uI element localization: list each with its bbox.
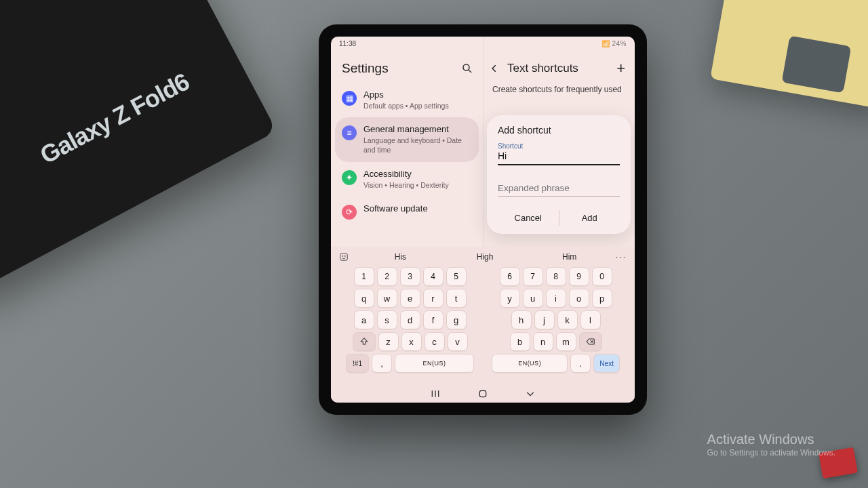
nav-hide-keyboard-button[interactable] bbox=[525, 388, 536, 399]
key-comma[interactable]: , bbox=[372, 354, 392, 373]
add-shortcut-button[interactable]: + bbox=[616, 60, 627, 77]
key-b[interactable]: b bbox=[510, 332, 530, 351]
svg-line-1 bbox=[469, 70, 471, 73]
status-time: 11:38 bbox=[339, 40, 356, 47]
status-indicators: 📶 24% bbox=[601, 40, 627, 47]
key-z[interactable]: z bbox=[378, 332, 399, 351]
key-2[interactable]: 2 bbox=[377, 267, 397, 286]
svg-rect-10 bbox=[479, 390, 486, 396]
svg-point-3 bbox=[342, 256, 343, 256]
sticker-icon bbox=[339, 252, 349, 262]
keyboard-right-half: 6 7 8 9 0 y u i o p bbox=[492, 267, 620, 382]
recent-icon bbox=[430, 388, 441, 399]
android-nav-bar bbox=[331, 385, 635, 403]
key-n[interactable]: n bbox=[533, 332, 553, 351]
key-a[interactable]: a bbox=[354, 310, 374, 329]
sidebar-item-label: Accessibility bbox=[363, 169, 449, 179]
sidebar-item-accessibility[interactable]: ✦ Accessibility Vision • Hearing • Dexte… bbox=[335, 162, 479, 197]
key-v[interactable]: v bbox=[448, 332, 468, 351]
nav-recent-button[interactable] bbox=[430, 388, 441, 399]
key-backspace[interactable] bbox=[579, 332, 602, 351]
shift-icon bbox=[359, 337, 369, 346]
shortcut-field-label: Shortcut bbox=[498, 142, 620, 150]
key-f[interactable]: f bbox=[423, 310, 443, 329]
key-p[interactable]: p bbox=[592, 289, 612, 308]
sidebar-item-software-update[interactable]: ⟳ Software update bbox=[335, 197, 479, 226]
suggestion-bar: His High Him bbox=[358, 252, 612, 262]
phone-device: 11:38 📶 24% Settings ▦ bbox=[319, 24, 647, 415]
key-u[interactable]: u bbox=[523, 289, 543, 308]
sidebar-item-sub: Vision • Hearing • Dexterity bbox=[363, 180, 449, 190]
key-d[interactable]: d bbox=[400, 310, 420, 329]
back-button[interactable] bbox=[490, 64, 499, 73]
suggestion-1[interactable]: His bbox=[358, 252, 443, 262]
search-button[interactable] bbox=[461, 62, 473, 75]
page-title: Text shortcuts bbox=[507, 62, 608, 75]
key-m[interactable]: m bbox=[556, 332, 576, 351]
watermark-sub: Go to Settings to activate Windows. bbox=[707, 448, 835, 458]
sidebar-item-general-management[interactable]: ≡ General management Language and keyboa… bbox=[335, 117, 479, 161]
expanded-phrase-input[interactable] bbox=[498, 180, 620, 197]
search-icon bbox=[461, 62, 473, 75]
key-r[interactable]: r bbox=[423, 289, 443, 308]
general-management-icon: ≡ bbox=[342, 125, 357, 140]
key-e[interactable]: e bbox=[400, 289, 420, 308]
suggestion-2[interactable]: High bbox=[443, 252, 528, 262]
svg-rect-2 bbox=[340, 253, 348, 261]
accessibility-icon: ✦ bbox=[342, 170, 357, 185]
key-w[interactable]: w bbox=[377, 289, 397, 308]
sidebar-item-label: Apps bbox=[363, 89, 449, 100]
key-k[interactable]: k bbox=[557, 310, 578, 329]
key-o[interactable]: o bbox=[569, 289, 589, 308]
svg-point-4 bbox=[344, 256, 345, 256]
key-1[interactable]: 1 bbox=[354, 267, 374, 286]
add-button[interactable]: Add bbox=[559, 206, 620, 230]
key-next[interactable]: Next bbox=[593, 354, 620, 373]
key-t[interactable]: t bbox=[446, 289, 467, 308]
shortcut-input[interactable] bbox=[498, 150, 620, 165]
sticker-button[interactable] bbox=[339, 252, 358, 262]
sidebar-item-sub: Language and keyboard • Date and time bbox=[363, 136, 472, 155]
key-c[interactable]: c bbox=[425, 332, 445, 351]
key-j[interactable]: j bbox=[534, 310, 555, 329]
key-s[interactable]: s bbox=[377, 310, 397, 329]
page-description: Create shortcuts for frequently used bbox=[483, 83, 635, 96]
suggestion-3[interactable]: Him bbox=[527, 252, 612, 262]
key-i[interactable]: i bbox=[546, 289, 566, 308]
key-period[interactable]: . bbox=[570, 354, 591, 373]
dialog-title: Add shortcut bbox=[498, 125, 620, 136]
key-q[interactable]: q bbox=[354, 289, 374, 308]
keyboard: His High Him ··· 1 2 3 4 5 bbox=[331, 247, 635, 403]
key-6[interactable]: 6 bbox=[500, 267, 520, 286]
key-l[interactable]: l bbox=[580, 310, 601, 329]
sidebar-item-label: Software update bbox=[363, 203, 428, 214]
key-space-right[interactable]: EN(US) bbox=[492, 354, 568, 373]
home-icon bbox=[477, 388, 488, 399]
software-update-icon: ⟳ bbox=[342, 205, 357, 220]
key-8[interactable]: 8 bbox=[546, 267, 566, 286]
sidebar-item-apps[interactable]: ▦ Apps Default apps • App settings bbox=[335, 83, 479, 117]
key-0[interactable]: 0 bbox=[592, 267, 612, 286]
svg-point-0 bbox=[463, 64, 469, 70]
key-3[interactable]: 3 bbox=[400, 267, 420, 286]
key-4[interactable]: 4 bbox=[423, 267, 443, 286]
nav-home-button[interactable] bbox=[477, 388, 488, 399]
more-suggestions-button[interactable]: ··· bbox=[612, 252, 627, 262]
backspace-icon bbox=[586, 337, 595, 346]
key-g[interactable]: g bbox=[446, 310, 467, 329]
chevron-down-icon bbox=[525, 388, 536, 399]
key-7[interactable]: 7 bbox=[523, 267, 543, 286]
sidebar-item-sub: Default apps • App settings bbox=[363, 101, 449, 110]
windows-watermark: Activate Windows Go to Settings to activ… bbox=[707, 431, 835, 458]
key-space-left[interactable]: EN(US) bbox=[395, 354, 474, 373]
cancel-button[interactable]: Cancel bbox=[498, 206, 559, 230]
key-symbols[interactable]: !#1 bbox=[346, 354, 369, 373]
settings-title: Settings bbox=[342, 61, 389, 76]
key-shift[interactable] bbox=[353, 332, 376, 351]
apps-icon: ▦ bbox=[342, 91, 357, 106]
key-y[interactable]: y bbox=[500, 289, 520, 308]
key-x[interactable]: x bbox=[401, 332, 422, 351]
key-9[interactable]: 9 bbox=[569, 267, 589, 286]
key-h[interactable]: h bbox=[511, 310, 532, 329]
key-5[interactable]: 5 bbox=[446, 267, 467, 286]
